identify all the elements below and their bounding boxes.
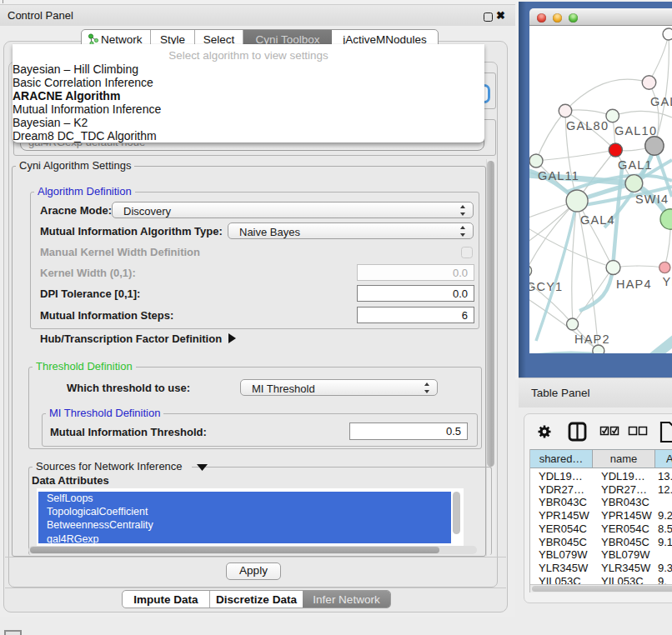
svg-text:GCY1: GCY1	[529, 280, 563, 293]
svg-text:HAP4: HAP4	[616, 278, 652, 291]
svg-text:HAP2: HAP2	[574, 332, 610, 346]
svg-text:GAL11: GAL11	[538, 169, 579, 182]
svg-text:GAL80: GAL80	[566, 119, 609, 132]
svg-text:GAL1: GAL1	[618, 158, 653, 172]
svg-text:GAL10: GAL10	[614, 124, 657, 138]
svg-text:GAL4: GAL4	[580, 213, 615, 227]
svg-text:YE: YE	[663, 275, 672, 288]
svg-text:SWI4: SWI4	[635, 192, 669, 206]
svg-text:GAL2: GAL2	[650, 95, 672, 108]
